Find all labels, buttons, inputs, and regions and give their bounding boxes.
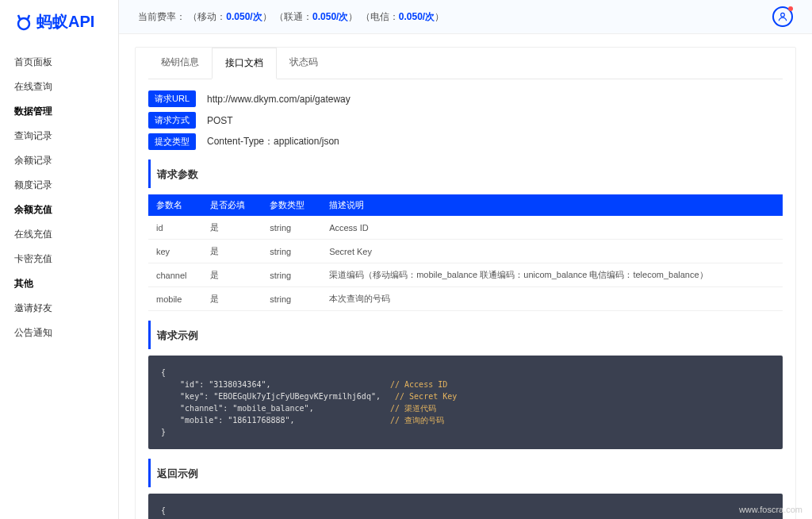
topbar: 当前费率： （移动：0.050/次） （联通：0.050/次） （电信：0.05…: [119, 0, 812, 34]
info-method-row: 请求方式 POST: [148, 112, 783, 129]
watermark: www.foscra.com: [739, 505, 802, 514]
params-table: 参数名是否必填参数类型描述说明 id是stringAccess IDkey是st…: [148, 194, 783, 311]
nav-item[interactable]: 查询记录: [0, 124, 118, 148]
table-cell: string: [262, 216, 321, 240]
rate-info: 当前费率： （移动：0.050/次） （联通：0.050/次） （电信：0.05…: [138, 10, 444, 24]
table-cell: string: [262, 263, 321, 287]
table-cell: channel: [148, 263, 202, 287]
nav-item[interactable]: 额度记录: [0, 173, 118, 198]
nav-item[interactable]: 首页面板: [0, 50, 118, 75]
table-cell: Secret Key: [321, 240, 783, 263]
table-cell: 本次查询的号码: [321, 287, 783, 311]
main: 当前费率： （移动：0.050/次） （联通：0.050/次） （电信：0.05…: [119, 0, 812, 519]
table-row: mobile是string本次查询的号码: [148, 287, 783, 311]
badge-url: 请求URL: [148, 90, 196, 107]
badge-ct: 提交类型: [148, 133, 196, 150]
table-cell: 是: [202, 287, 262, 311]
section-params: 请求参数: [148, 160, 783, 188]
section-resp-example: 返回示例: [148, 459, 783, 487]
table-row: id是stringAccess ID: [148, 216, 783, 240]
nav-item[interactable]: 卡密充值: [0, 247, 118, 271]
table-header: 描述说明: [321, 194, 783, 216]
table-cell: key: [148, 240, 202, 263]
badge-method: 请求方式: [148, 112, 196, 129]
nav-group-title: 余额充值: [0, 198, 118, 222]
svg-point-1: [781, 13, 785, 17]
tabs: 秘钥信息接口文档状态码: [148, 48, 783, 79]
request-code: { "id": "3138034364", // Access ID "key"…: [148, 356, 783, 449]
nav-item[interactable]: 在线充值: [0, 222, 118, 247]
nav-group-title: 数据管理: [0, 99, 118, 124]
section-req-example: 请求示例: [148, 321, 783, 349]
table-cell: string: [262, 240, 321, 263]
table-header: 参数类型: [262, 194, 321, 216]
user-icon: [777, 11, 788, 22]
info-url-row: 请求URL http://www.dkym.com/api/gateway: [148, 90, 783, 107]
tab[interactable]: 接口文档: [212, 48, 277, 79]
nav-group-title: 其他: [0, 271, 118, 296]
logo: 蚂蚁API: [0, 0, 118, 44]
table-cell: 渠道编码（移动编码：mobile_balance 联通编码：unicom_bal…: [321, 263, 783, 287]
logo-text: 蚂蚁API: [36, 11, 94, 33]
table-header: 参数名: [148, 194, 202, 216]
svg-point-0: [18, 18, 29, 29]
table-cell: id: [148, 216, 202, 240]
method-value: POST: [207, 115, 233, 126]
avatar[interactable]: [772, 6, 793, 27]
table-cell: 是: [202, 263, 262, 287]
response-code: { "code": 200, "status": "success", "mes…: [148, 494, 783, 519]
tab[interactable]: 秘钥信息: [148, 48, 212, 79]
card: 秘钥信息接口文档状态码 请求URL http://www.dkym.com/ap…: [135, 47, 796, 519]
table-cell: 是: [202, 240, 262, 263]
info-ct-row: 提交类型 Content-Type：application/json: [148, 133, 783, 150]
nav-item[interactable]: 邀请好友: [0, 296, 118, 321]
nav-item[interactable]: 公告通知: [0, 321, 118, 345]
table-cell: string: [262, 287, 321, 311]
url-value: http://www.dkym.com/api/gateway: [207, 94, 350, 105]
table-header: 是否必填: [202, 194, 262, 216]
nav-item[interactable]: 余额记录: [0, 148, 118, 173]
content: 秘钥信息接口文档状态码 请求URL http://www.dkym.com/ap…: [119, 34, 812, 519]
tab[interactable]: 状态码: [277, 48, 331, 79]
table-row: key是stringSecret Key: [148, 240, 783, 263]
table-cell: 是: [202, 216, 262, 240]
table-cell: mobile: [148, 287, 202, 311]
nav: 首页面板在线查询数据管理查询记录余额记录额度记录余额充值在线充值卡密充值其他邀请…: [0, 44, 118, 352]
ct-value: Content-Type：application/json: [207, 135, 339, 148]
nav-item[interactable]: 在线查询: [0, 75, 118, 99]
table-row: channel是string渠道编码（移动编码：mobile_balance 联…: [148, 263, 783, 287]
sidebar: 蚂蚁API 首页面板在线查询数据管理查询记录余额记录额度记录余额充值在线充值卡密…: [0, 0, 119, 519]
table-cell: Access ID: [321, 216, 783, 240]
logo-icon: [14, 13, 33, 32]
